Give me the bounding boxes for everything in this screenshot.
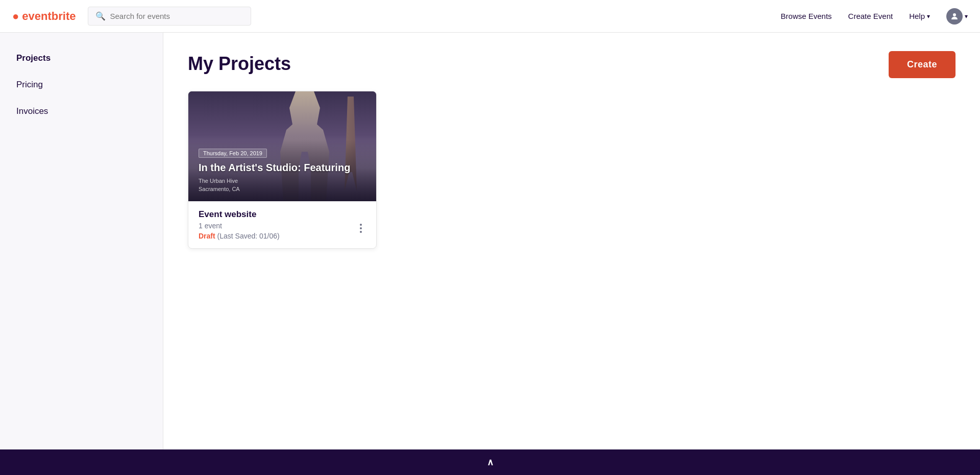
project-card-image: Thursday, Feb 20, 2019 In the Artist's S… <box>188 91 376 201</box>
status-saved-label: (Last Saved: 01/06) <box>217 232 280 240</box>
chevron-down-icon: ▾ <box>927 13 930 20</box>
event-image-title: In the Artist's Studio: Featuring <box>199 161 366 174</box>
create-event-link[interactable]: Create Event <box>848 12 893 20</box>
event-city: Sacramento, CA <box>199 186 240 192</box>
header: ● eventbrite 🔍 Browse Events Create Even… <box>0 0 980 33</box>
event-date-tag: Thursday, Feb 20, 2019 <box>199 149 267 158</box>
main-content: My Projects Create Thursday, Feb 20, 201… <box>163 33 980 475</box>
help-label: Help <box>909 12 925 20</box>
event-overlay: Thursday, Feb 20, 2019 In the Artist's S… <box>188 140 376 201</box>
status-draft-label: Draft <box>199 232 215 240</box>
help-link[interactable]: Help ▾ <box>909 12 930 20</box>
layout: Projects Pricing Invoices My Projects Cr… <box>0 33 980 475</box>
sidebar: Projects Pricing Invoices <box>0 33 163 475</box>
more-dot-3 <box>360 231 362 233</box>
search-input[interactable] <box>110 12 243 20</box>
sidebar-item-projects[interactable]: Projects <box>0 45 163 72</box>
event-image-location: The Urban Hive Sacramento, CA <box>199 177 366 193</box>
project-card-details: 1 event Draft (Last Saved: 01/06) <box>199 222 356 240</box>
more-dot-1 <box>360 224 362 226</box>
search-icon: 🔍 <box>95 11 106 21</box>
more-dot-2 <box>360 227 362 229</box>
project-status: Draft (Last Saved: 01/06) <box>199 232 356 240</box>
project-card[interactable]: Thursday, Feb 20, 2019 In the Artist's S… <box>188 91 377 249</box>
logo-text: eventbrite <box>22 10 76 23</box>
logo[interactable]: ● eventbrite <box>12 10 76 23</box>
user-chevron-icon: ▾ <box>965 13 968 20</box>
sidebar-item-pricing[interactable]: Pricing <box>0 72 163 98</box>
svg-point-0 <box>953 13 956 16</box>
project-card-title: Event website <box>199 209 366 220</box>
user-menu[interactable]: ▾ <box>946 8 968 25</box>
project-card-info: Event website 1 event Draft (Last Saved:… <box>188 201 376 248</box>
sidebar-item-invoices[interactable]: Invoices <box>0 98 163 125</box>
create-button[interactable]: Create <box>889 51 955 78</box>
page-title: My Projects <box>188 53 955 75</box>
nav-links: Browse Events Create Event Help ▾ ▾ <box>781 8 968 25</box>
footer-chevron-icon: ∧ <box>487 457 494 468</box>
search-bar[interactable]: 🔍 <box>88 7 251 26</box>
avatar <box>946 8 963 25</box>
footer-bar[interactable]: ∧ <box>0 449 980 475</box>
logo-icon: ● <box>12 10 19 23</box>
event-venue: The Urban Hive <box>199 178 238 184</box>
project-event-count: 1 event <box>199 222 356 230</box>
project-card-meta: 1 event Draft (Last Saved: 01/06) <box>199 222 366 240</box>
projects-grid: Thursday, Feb 20, 2019 In the Artist's S… <box>188 91 955 249</box>
browse-events-link[interactable]: Browse Events <box>781 12 832 20</box>
more-options-button[interactable] <box>356 222 366 235</box>
